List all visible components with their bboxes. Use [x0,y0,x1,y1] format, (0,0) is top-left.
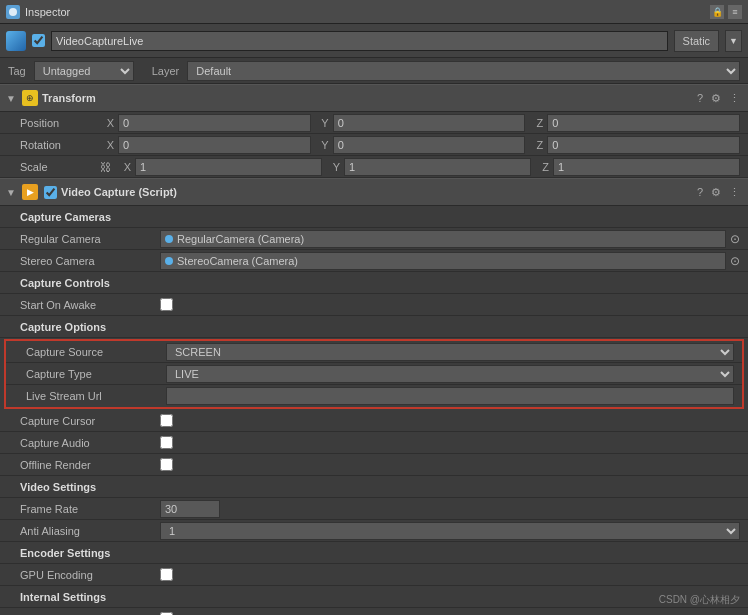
capture-audio-label: Capture Audio [20,437,160,449]
rotation-z-input[interactable] [547,136,740,154]
regular-camera-dot [165,235,173,243]
tag-label: Tag [8,65,26,77]
static-dropdown-arrow[interactable]: ▼ [725,30,742,52]
capture-cursor-row: Capture Cursor [0,410,748,432]
start-on-awake-checkbox[interactable] [160,298,173,311]
position-x-input[interactable] [118,114,311,132]
script-collapse-arrow: ▼ [6,187,18,198]
layer-select[interactable]: Default [187,61,740,81]
capture-type-value: LIVE FILE [166,365,734,383]
position-x-label: X [100,117,114,129]
start-on-awake-row: Start On Awake [0,294,748,316]
watermark: CSDN @心林相夕 [659,593,740,607]
rotation-row: Rotation X Y Z [0,134,748,156]
live-stream-url-value [166,387,734,405]
anti-aliasing-row: Anti Aliasing 1 2 4 8 [0,520,748,542]
rotation-y-label: Y [315,139,329,151]
encoder-settings-label: Encoder Settings [0,542,748,564]
inspector-icon [6,5,20,19]
capture-source-value: SCREEN CAMERA [166,343,734,361]
frame-rate-input[interactable] [160,500,220,518]
position-z-input[interactable] [547,114,740,132]
capture-type-select[interactable]: LIVE FILE [166,365,734,383]
menu-button[interactable]: ≡ [728,5,742,19]
scale-y-input[interactable] [344,158,531,176]
stereo-camera-ref[interactable]: StereoCamera (Camera) [160,252,726,270]
script-section-header[interactable]: ▼ ▶ Video Capture (Script) ? ⚙ ⋮ [0,178,748,206]
rotation-x-label: X [100,139,114,151]
capture-cameras-label: Capture Cameras [0,206,748,228]
script-menu-btn[interactable]: ⋮ [727,186,742,199]
transform-help-btn[interactable]: ? [695,92,705,105]
start-on-awake-value [160,298,740,311]
position-xyz: X Y Z [100,114,740,132]
video-settings-label: Video Settings [0,476,748,498]
script-active-checkbox[interactable] [44,186,57,199]
anti-aliasing-select[interactable]: 1 2 4 8 [160,522,740,540]
capture-type-row: Capture Type LIVE FILE [6,363,742,385]
regular-camera-ref-text: RegularCamera (Camera) [177,233,304,245]
title-bar-title: Inspector [25,6,710,18]
regular-camera-pick-btn[interactable]: ⊙ [730,232,740,246]
inspector-panel: VideoCaptureLive Static ▼ Tag Untagged L… [0,24,748,615]
anti-aliasing-value: 1 2 4 8 [160,522,740,540]
stereo-camera-pick-btn[interactable]: ⊙ [730,254,740,268]
stereo-camera-value: StereoCamera (Camera) ⊙ [160,252,740,270]
position-label: Position [20,117,100,129]
scale-x-input[interactable] [135,158,322,176]
transform-icon: ⊕ [22,90,38,106]
object-name-input[interactable]: VideoCaptureLive [51,31,668,51]
static-button[interactable]: Static [674,30,720,52]
stereo-camera-label: Stereo Camera [20,255,160,267]
live-stream-url-input[interactable] [166,387,734,405]
gpu-encoding-value [160,568,740,581]
stereo-camera-ref-text: StereoCamera (Camera) [177,255,298,267]
stereo-camera-row: Stereo Camera StereoCamera (Camera) ⊙ [0,250,748,272]
tag-layer-row: Tag Untagged Layer Default [0,58,748,84]
capture-audio-checkbox[interactable] [160,436,173,449]
gpu-encoding-label: GPU Encoding [20,569,160,581]
layer-label: Layer [152,65,180,77]
svg-point-0 [9,8,17,16]
position-y-input[interactable] [333,114,526,132]
gpu-encoding-row: GPU Encoding [0,564,748,586]
object-icon [6,31,26,51]
position-row: Position X Y Z [0,112,748,134]
anti-aliasing-label: Anti Aliasing [20,525,160,537]
object-active-checkbox[interactable] [32,34,45,47]
enable-row: Enable [0,608,748,615]
highlighted-options-group: Capture Source SCREEN CAMERA Capture Typ… [4,339,744,409]
rotation-z-label: Z [529,139,543,151]
scale-row: Scale ⛓ X Y Z [0,156,748,178]
tag-select[interactable]: Untagged [34,61,134,81]
capture-controls-label: Capture Controls [0,272,748,294]
capture-source-select[interactable]: SCREEN CAMERA [166,343,734,361]
script-title: Video Capture (Script) [61,186,691,198]
frame-rate-value [160,500,740,518]
offline-render-label: Offline Render [20,459,160,471]
regular-camera-ref[interactable]: RegularCamera (Camera) [160,230,726,248]
scale-link-icon: ⛓ [100,161,111,173]
capture-cursor-label: Capture Cursor [20,415,160,427]
offline-render-row: Offline Render [0,454,748,476]
script-help-btn[interactable]: ? [695,186,705,199]
transform-menu-btn[interactable]: ⋮ [727,92,742,105]
lock-button[interactable]: 🔒 [710,5,724,19]
script-settings-btn[interactable]: ⚙ [709,186,723,199]
transform-section-header[interactable]: ▼ ⊕ Transform ? ⚙ ⋮ [0,84,748,112]
transform-settings-btn[interactable]: ⚙ [709,92,723,105]
scale-z-input[interactable] [553,158,740,176]
stereo-camera-dot [165,257,173,265]
rotation-x-input[interactable] [118,136,311,154]
capture-cursor-checkbox[interactable] [160,414,173,427]
regular-camera-label: Regular Camera [20,233,160,245]
transform-controls: ? ⚙ ⋮ [695,92,742,105]
offline-render-checkbox[interactable] [160,458,173,471]
capture-audio-row: Capture Audio [0,432,748,454]
gpu-encoding-checkbox[interactable] [160,568,173,581]
offline-render-value [160,458,740,471]
rotation-y-input[interactable] [333,136,526,154]
live-stream-url-label: Live Stream Url [26,390,166,402]
live-stream-url-row: Live Stream Url [6,385,742,407]
internal-settings-label: Internal Settings [0,586,748,608]
